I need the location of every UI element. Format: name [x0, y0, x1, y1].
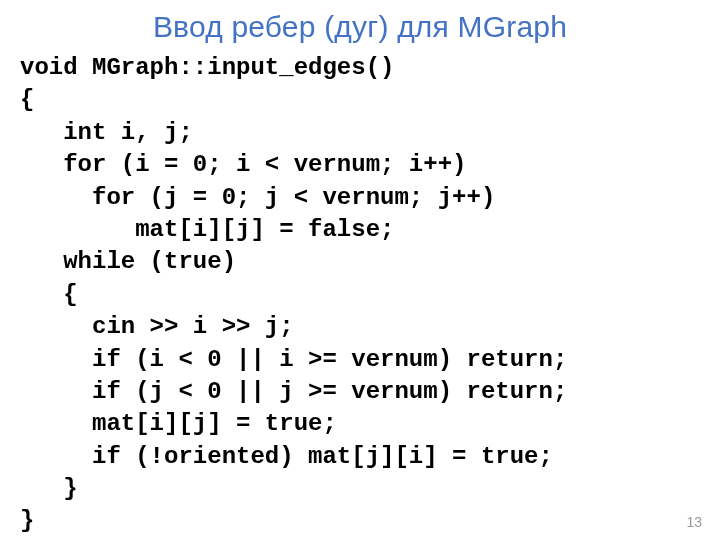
code-line: { — [20, 86, 34, 113]
code-line: mat[i][j] = true; — [20, 410, 337, 437]
code-line: } — [20, 475, 78, 502]
code-line: if (j < 0 || j >= vernum) return; — [20, 378, 567, 405]
code-line: int i, j; — [20, 119, 193, 146]
code-line: mat[i][j] = false; — [20, 216, 394, 243]
code-block: void MGraph::input_edges() { int i, j; f… — [0, 44, 720, 538]
code-line: cin >> i >> j; — [20, 313, 294, 340]
code-line: { — [20, 281, 78, 308]
code-line: for (i = 0; i < vernum; i++) — [20, 151, 466, 178]
page-number: 13 — [686, 514, 702, 530]
code-line: while (true) — [20, 248, 236, 275]
slide: Ввод ребер (дуг) для MGraph void MGraph:… — [0, 0, 720, 540]
code-line: void MGraph::input_edges() — [20, 54, 394, 81]
code-line: if (!oriented) mat[j][i] = true; — [20, 443, 553, 470]
code-line: for (j = 0; j < vernum; j++) — [20, 184, 495, 211]
code-line: if (i < 0 || i >= vernum) return; — [20, 346, 567, 373]
code-line: } — [20, 507, 34, 534]
slide-title: Ввод ребер (дуг) для MGraph — [0, 0, 720, 44]
